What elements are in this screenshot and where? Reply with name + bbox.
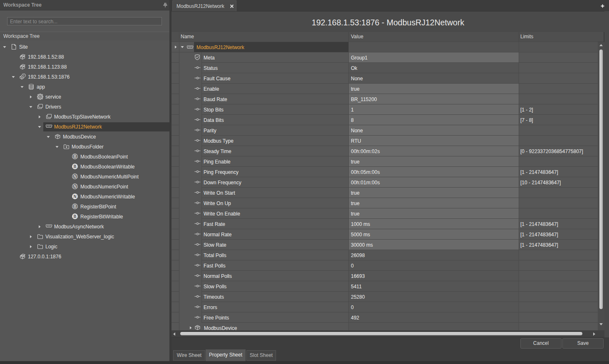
svg-text:N: N xyxy=(73,194,76,199)
svg-text:B: B xyxy=(73,154,76,159)
svg-text:B: B xyxy=(73,214,76,219)
svg-text:N: N xyxy=(73,184,76,189)
svg-text:N: N xyxy=(73,174,76,179)
svg-text:B: B xyxy=(73,164,76,169)
svg-text:B: B xyxy=(73,204,76,209)
